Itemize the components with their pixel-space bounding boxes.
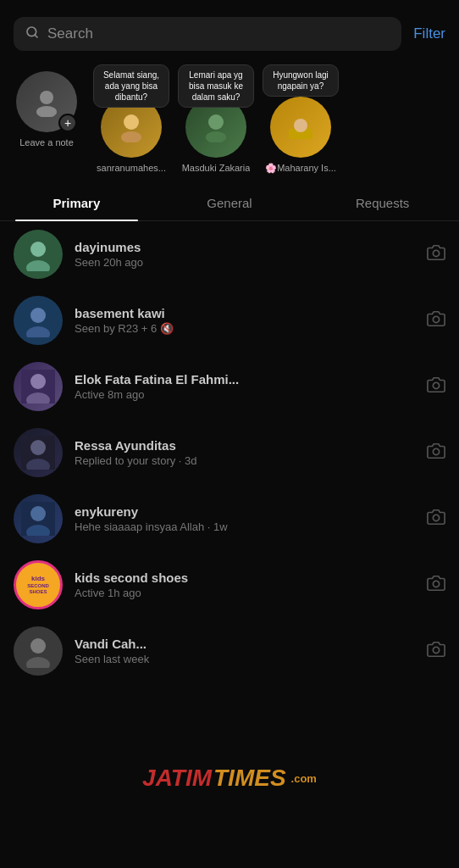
- camera-icon[interactable]: [427, 508, 445, 531]
- camera-icon[interactable]: [427, 309, 445, 332]
- conv-info: Ressa Ayunditas Replied to your story · …: [75, 438, 418, 467]
- conv-status: Seen 20h ago: [75, 256, 418, 269]
- svg-point-6: [208, 114, 224, 130]
- avatar: [14, 296, 63, 345]
- watermark: JATIM TIMES .com: [142, 765, 317, 792]
- svg-point-9: [294, 119, 307, 132]
- conv-status: Active 8m ago: [75, 388, 418, 401]
- note-label-sanranumahes: sanranumahes...: [97, 163, 166, 173]
- filter-button[interactable]: Filter: [413, 25, 445, 42]
- note-label-maharany: 🌸Maharany Is...: [265, 163, 336, 174]
- svg-point-15: [30, 308, 46, 323]
- avatar: [14, 230, 63, 279]
- watermark-jatim: JATIM: [142, 765, 212, 792]
- note-item-sanranumahes[interactable]: Selamat siang, ada yang bisa dibantu? sa…: [93, 71, 169, 173]
- tabs: Primary General Requests: [0, 186, 459, 221]
- camera-icon[interactable]: [427, 574, 445, 597]
- conv-name: basement kawi: [75, 306, 418, 320]
- note-label-masduki: Masduki Zakaria: [182, 163, 251, 173]
- conv-info: Vandi Cah... Seen last week: [75, 637, 418, 665]
- note-item-masduki[interactable]: Lemari apa yg bisa masuk ke dalam saku? …: [178, 71, 254, 173]
- note-label: Leave a note: [19, 137, 74, 147]
- table-row[interactable]: basement kawi Seen by R23 + 6 🔇: [0, 287, 459, 353]
- conv-status: Seen by R23 + 6 🔇: [75, 322, 418, 335]
- conv-status: Replied to your story · 3d: [75, 454, 418, 467]
- conversation-list: dayinumes Seen 20h ago basement kawi See…: [0, 221, 459, 818]
- camera-icon[interactable]: [427, 376, 445, 398]
- svg-point-32: [30, 638, 46, 654]
- svg-point-5: [121, 131, 141, 142]
- search-input-wrap[interactable]: Search: [14, 17, 401, 51]
- note-item-maharany[interactable]: Hyungwon lagi ngapain ya? 🌸Maharany Is..…: [263, 71, 339, 174]
- conv-info: kids second shoes Active 1h ago: [75, 570, 418, 599]
- svg-point-7: [206, 131, 226, 142]
- conv-name: enykureny: [75, 504, 418, 519]
- note-bubble-masduki: Lemari apa yg bisa masuk ke dalam saku?: [178, 64, 254, 108]
- note-avatar-leave-note: +: [16, 71, 77, 132]
- conv-info: basement kawi Seen by R23 + 6 🔇: [75, 306, 418, 335]
- conv-info: dayinumes Seen 20h ago: [75, 240, 418, 269]
- svg-point-11: [30, 242, 46, 257]
- conv-status: Active 1h ago: [75, 587, 418, 599]
- conv-status: Hehe siaaaap insyaa Allah · 1w: [75, 520, 418, 533]
- search-icon: [25, 25, 39, 42]
- table-row[interactable]: Vandi Cah... Seen last week: [0, 618, 459, 684]
- watermark-times: TIMES: [213, 765, 286, 792]
- note-bubble-maharany: Hyungwon lagi ngapain ya?: [263, 64, 339, 97]
- conv-name: kids second shoes: [75, 570, 418, 585]
- conv-info: enykureny Hehe siaaaap insyaa Allah · 1w: [75, 504, 418, 533]
- svg-point-2: [40, 91, 53, 104]
- svg-point-29: [433, 515, 439, 520]
- tab-primary[interactable]: Primary: [0, 186, 153, 220]
- svg-point-21: [433, 382, 439, 388]
- tab-general[interactable]: General: [153, 186, 307, 220]
- svg-point-30: [433, 581, 439, 587]
- svg-point-23: [30, 440, 46, 455]
- camera-icon[interactable]: [427, 442, 445, 465]
- conv-status: Seen last week: [75, 653, 418, 665]
- svg-point-27: [30, 506, 46, 521]
- watermark-dotcom: .com: [291, 772, 317, 785]
- svg-point-17: [433, 316, 439, 322]
- avatar: [14, 626, 63, 676]
- table-row[interactable]: enykureny Hehe siaaaap insyaa Allah · 1w: [0, 486, 459, 552]
- note-bubble-sanranumahes: Selamat siang, ada yang bisa dibantu?: [93, 64, 169, 108]
- conv-name: dayinumes: [75, 240, 418, 254]
- camera-icon[interactable]: [427, 640, 445, 663]
- avatar: [14, 428, 63, 477]
- svg-point-34: [433, 647, 439, 653]
- svg-line-1: [35, 35, 37, 37]
- avatar: [14, 494, 63, 543]
- svg-point-19: [30, 374, 46, 389]
- svg-point-25: [433, 448, 439, 454]
- svg-point-4: [124, 114, 139, 130]
- svg-point-3: [36, 106, 57, 117]
- search-placeholder: Search: [47, 25, 93, 42]
- add-note-button[interactable]: +: [58, 114, 77, 132]
- conv-name: Elok Fata Fatina El Fahmi...: [75, 372, 418, 387]
- avatar: [14, 362, 63, 411]
- table-row[interactable]: kids SECOND SHOES kids second shoes Acti…: [0, 552, 459, 618]
- conv-info: Elok Fata Fatina El Fahmi... Active 8m a…: [75, 372, 418, 401]
- avatar: kids SECOND SHOES: [14, 560, 63, 609]
- note-item-leave-note[interactable]: + Leave a note: [8, 71, 85, 147]
- search-bar: Search Filter: [0, 7, 459, 61]
- table-row[interactable]: Ressa Ayunditas Replied to your story · …: [0, 420, 459, 486]
- table-row[interactable]: dayinumes Seen 20h ago: [0, 221, 459, 287]
- conv-name: Vandi Cah...: [75, 637, 418, 651]
- camera-icon[interactable]: [427, 243, 445, 266]
- table-row[interactable]: Elok Fata Fatina El Fahmi... Active 8m a…: [0, 353, 459, 420]
- notes-row: + Leave a note Selamat siang, ada yang b…: [0, 61, 459, 181]
- conv-name: Ressa Ayunditas: [75, 438, 418, 453]
- svg-point-13: [433, 250, 439, 256]
- tab-requests[interactable]: Requests: [306, 186, 459, 220]
